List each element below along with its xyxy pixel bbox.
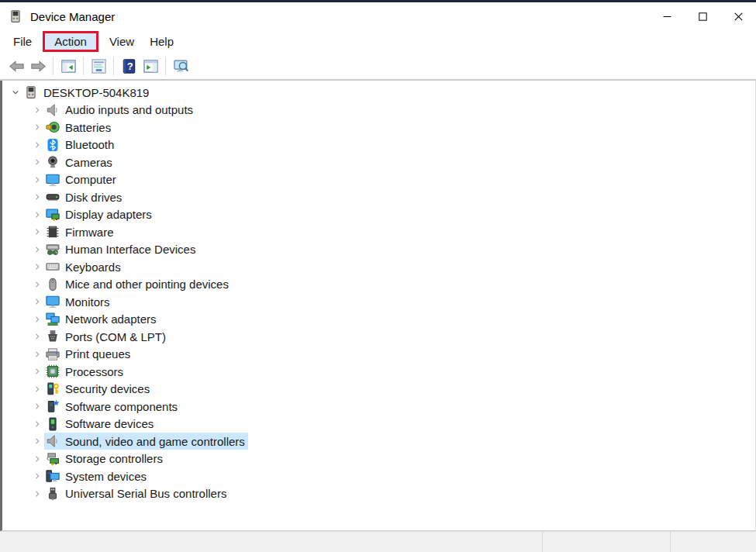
monitor-icon [46, 295, 60, 309]
tree-item[interactable]: Network adapters [2, 311, 755, 329]
tree-item[interactable]: Security devices [2, 381, 755, 398]
help-button[interactable]: ? [118, 55, 140, 77]
chevron-right-icon[interactable] [30, 452, 44, 466]
chevron-down-icon[interactable] [9, 85, 22, 99]
tree-item-label: Ports (COM & LPT) [65, 330, 166, 343]
tree-item[interactable]: Software components [2, 398, 755, 416]
tree-item[interactable]: Mice and other pointing devices [2, 276, 755, 294]
tree-item[interactable]: Bluetooth [2, 136, 755, 154]
chevron-right-icon[interactable] [30, 260, 44, 274]
tree-item[interactable]: Sound, video and game controllers [2, 433, 755, 450]
chevron-right-icon[interactable] [30, 364, 44, 378]
tree-item[interactable]: Firmware [2, 223, 755, 241]
close-icon [734, 12, 743, 21]
tree-item[interactable]: Computer [2, 171, 755, 189]
toolbar-separator [83, 57, 84, 75]
tree-item[interactable]: System devices [2, 467, 755, 485]
chevron-right-icon[interactable] [30, 487, 44, 501]
chevron-right-icon[interactable] [30, 329, 44, 343]
tree-item-label: Storage controllers [65, 452, 163, 465]
chevron-right-icon[interactable] [30, 155, 44, 169]
tree-item-label: Processors [65, 365, 123, 378]
chevron-right-icon[interactable] [30, 347, 44, 361]
tree-item-label: Network adapters [65, 312, 157, 326]
usb-icon [46, 487, 60, 501]
software-component-icon [46, 399, 60, 413]
maximize-button[interactable] [685, 2, 720, 30]
chevron-right-icon[interactable] [30, 417, 44, 431]
window-title: Device Manager [30, 10, 115, 23]
console-tree-icon [60, 59, 77, 74]
tree-item-label: Sound, video and game controllers [65, 435, 245, 448]
tree-item[interactable]: Software devices [2, 416, 755, 433]
tree-item[interactable]: Universal Serial Bus controllers [2, 485, 755, 503]
chevron-right-icon[interactable] [30, 120, 44, 134]
menu-item[interactable]: Action [43, 31, 98, 52]
device-manager-icon [9, 9, 22, 23]
tree-item-label: Bluetooth [65, 138, 114, 151]
chevron-right-icon[interactable] [30, 434, 44, 448]
processor-icon [46, 364, 60, 378]
firmware-icon [46, 225, 60, 239]
show-hide-action-pane-button[interactable] [140, 55, 161, 77]
maximize-icon [699, 12, 707, 21]
chevron-right-icon[interactable] [30, 225, 44, 239]
close-button[interactable] [720, 2, 756, 30]
forward-button[interactable] [27, 55, 49, 77]
tree-item[interactable]: Disk drives [2, 188, 755, 206]
chevron-right-icon[interactable] [30, 190, 44, 204]
action-pane-icon [143, 59, 159, 74]
menu-item[interactable]: File [5, 33, 40, 50]
tree-item[interactable]: Monitors [2, 293, 755, 311]
tree-item-label: Display adapters [65, 208, 152, 221]
back-button[interactable] [5, 55, 27, 77]
tree-item-label: Batteries [65, 121, 111, 134]
scan-hardware-changes-button[interactable] [170, 55, 192, 77]
tree-item-label: Disk drives [65, 191, 122, 204]
network-icon [46, 312, 60, 326]
tree-item[interactable]: Ports (COM & LPT) [2, 328, 755, 346]
device-manager-window: Device Manager File Action View Help ? [0, 0, 756, 552]
speaker-icon [46, 434, 60, 448]
tree-item[interactable]: Batteries [2, 119, 755, 136]
status-section [543, 532, 671, 552]
tree-item-label: Software components [65, 400, 178, 413]
chevron-right-icon[interactable] [30, 138, 44, 152]
status-bar [0, 531, 756, 552]
monitor-icon [46, 173, 60, 187]
menu-item[interactable]: Help [142, 33, 181, 50]
tree-item-label: Keyboards [65, 260, 121, 274]
tree-item[interactable]: Display adapters [2, 206, 755, 224]
bluetooth-icon [46, 138, 60, 152]
chevron-right-icon[interactable] [30, 295, 44, 309]
tree-item-label: Software devices [65, 417, 154, 430]
chevron-right-icon[interactable] [30, 208, 44, 222]
display-adapter-icon [46, 208, 60, 222]
security-icon [46, 382, 60, 396]
tree-item[interactable]: Processors [2, 363, 755, 381]
tree-item[interactable]: Cameras [2, 154, 755, 171]
chevron-right-icon[interactable] [30, 103, 44, 117]
chevron-right-icon[interactable] [30, 399, 44, 413]
tree-item[interactable]: Storage controllers [2, 450, 755, 468]
chevron-right-icon[interactable] [30, 469, 44, 483]
chevron-right-icon[interactable] [30, 173, 44, 187]
properties-button[interactable] [88, 55, 109, 77]
chevron-right-icon[interactable] [30, 278, 44, 292]
keyboard-icon [46, 260, 60, 274]
chevron-right-icon[interactable] [30, 382, 44, 396]
tree-item[interactable]: Audio inputs and outputs [2, 102, 755, 119]
tree-root-computer[interactable]: DESKTOP-504K819 [2, 84, 755, 102]
menu-item[interactable]: View [102, 33, 142, 50]
toolbar-separator [53, 57, 54, 75]
tree-item[interactable]: Print queues [2, 346, 755, 364]
chevron-right-icon[interactable] [30, 243, 44, 257]
tree-item-label: Security devices [65, 382, 150, 395]
tree-item[interactable]: Keyboards [2, 258, 755, 276]
device-tree-panel: DESKTOP-504K819 Audio inputs and outputs… [0, 81, 756, 531]
chevron-right-icon[interactable] [30, 312, 44, 326]
tree-item-label: Firmware [65, 226, 114, 239]
show-hide-console-tree-button[interactable] [57, 55, 79, 77]
minimize-button[interactable] [649, 2, 685, 30]
tree-item[interactable]: Human Interface Devices [2, 241, 755, 259]
